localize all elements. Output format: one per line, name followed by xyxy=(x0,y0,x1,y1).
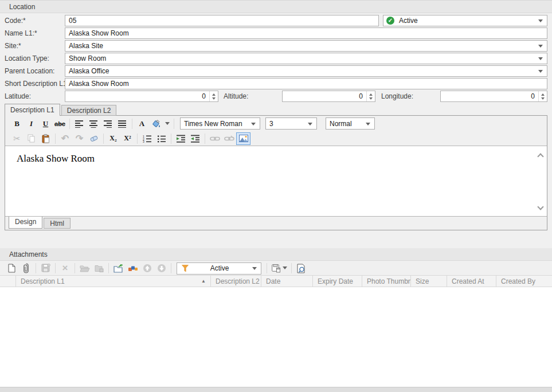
preview-button[interactable] xyxy=(294,262,308,275)
short-description-l1-input[interactable]: Alaska Show Room xyxy=(65,78,547,89)
column-header-created-by[interactable]: Created By xyxy=(496,276,552,287)
name-l1-value: Alaska Show Room xyxy=(69,29,129,37)
toolbar-separator xyxy=(55,134,56,144)
numbered-list-button[interactable]: 123 xyxy=(140,132,154,145)
fill-color-button[interactable] xyxy=(149,117,163,130)
spin-up-icon xyxy=(369,93,373,96)
toolbar-separator xyxy=(291,263,292,273)
location-type-dropdown[interactable]: Show Room xyxy=(65,53,547,64)
site-label: Site:* xyxy=(5,40,21,52)
move-up-button[interactable] xyxy=(140,262,154,275)
altitude-spinner[interactable] xyxy=(366,91,375,101)
short-description-l1-label: Short Description L1: xyxy=(5,78,69,89)
paste-button[interactable] xyxy=(38,132,53,145)
column-header-created-at[interactable]: Created At xyxy=(447,276,496,287)
longitude-input[interactable]: 0 xyxy=(440,91,547,102)
copy-attachment-button[interactable] xyxy=(92,262,106,275)
scroll-up-icon[interactable] xyxy=(537,153,543,159)
scroll-down-icon[interactable] xyxy=(537,203,543,210)
delete-x-glyph: × xyxy=(62,262,68,274)
bold-button[interactable]: B xyxy=(10,117,24,130)
copy-button[interactable] xyxy=(24,132,38,145)
cut-button[interactable]: ✂ xyxy=(10,132,24,145)
chevron-down-icon xyxy=(538,70,543,73)
status-dropdown[interactable]: ✓ Active xyxy=(383,15,547,26)
column-header-description-l1[interactable]: Description L1 ▲ xyxy=(16,276,211,287)
spin-down-icon xyxy=(541,97,545,100)
font-name-select[interactable]: Times New Roman xyxy=(180,117,260,130)
chevron-down-icon xyxy=(538,45,543,48)
latitude-input[interactable]: 0 xyxy=(65,91,218,102)
attach-file-button[interactable] xyxy=(19,262,33,275)
superscript-button[interactable]: X² xyxy=(120,132,135,145)
toolbar-separator xyxy=(171,134,171,144)
parent-location-dropdown[interactable]: Alaska Office xyxy=(65,65,547,77)
font-color-button[interactable]: A xyxy=(135,117,149,130)
tab-description-l1[interactable]: Description L1 xyxy=(5,104,60,116)
save-attachment-button[interactable] xyxy=(38,262,53,275)
open-folder-button[interactable] xyxy=(111,262,126,275)
code-input[interactable]: 05 xyxy=(65,15,379,26)
align-justify-button[interactable] xyxy=(115,117,130,130)
svg-text:3: 3 xyxy=(143,140,144,143)
insert-link-button[interactable] xyxy=(208,132,222,145)
font-size-select[interactable]: 3 xyxy=(265,117,317,130)
code-label: Code:* xyxy=(5,15,26,26)
column-header-description-l2[interactable]: Description L2 xyxy=(211,276,261,287)
toolbar-separator xyxy=(36,263,36,273)
delete-attachment-button[interactable]: × xyxy=(58,262,72,275)
spin-up-icon xyxy=(212,93,216,96)
subscript-button[interactable]: X₂ xyxy=(106,132,120,145)
italic-button[interactable]: I xyxy=(24,117,38,130)
longitude-spinner[interactable] xyxy=(538,91,547,101)
insert-image-button[interactable] xyxy=(236,132,250,145)
attachments-toolbar: × Active xyxy=(0,261,552,275)
paragraph-style-select[interactable]: Normal xyxy=(326,117,375,130)
remove-link-button[interactable] xyxy=(222,132,236,145)
align-left-button[interactable] xyxy=(72,117,87,130)
align-center-button[interactable] xyxy=(87,117,101,130)
rich-text-editor: B I U abc A Times xyxy=(5,115,547,230)
column-header-expiry-date[interactable]: Expiry Date xyxy=(313,276,362,287)
attachments-section-header: Attachments xyxy=(0,248,552,261)
save-layout-button[interactable] xyxy=(269,262,289,275)
tab-design[interactable]: Design xyxy=(9,216,42,229)
bullet-list-button[interactable] xyxy=(154,132,169,145)
editor-content-area[interactable]: Alaska Show Room xyxy=(5,146,547,217)
toolbar-separator xyxy=(108,263,109,273)
location-type-label: Location Type: xyxy=(5,53,49,64)
attachments-filter-dropdown[interactable]: Active xyxy=(177,262,261,275)
strikethrough-button[interactable]: abc xyxy=(53,117,67,130)
increase-indent-button[interactable] xyxy=(174,132,188,145)
new-attachment-button[interactable] xyxy=(5,262,19,275)
site-dropdown[interactable]: Alaska Site xyxy=(65,40,547,52)
toolbar-separator xyxy=(137,134,138,144)
tab-html[interactable]: Html xyxy=(44,218,71,229)
latitude-spinner[interactable] xyxy=(209,91,218,101)
color-dropdown-button[interactable] xyxy=(163,117,171,130)
open-attachment-button[interactable] xyxy=(77,262,92,275)
tab-description-l2[interactable]: Description L2 xyxy=(61,105,117,116)
editor-edit-toolbar: ✂ ↶ ↷ X₂ X² 123 xyxy=(5,131,547,146)
clear-formatting-button[interactable] xyxy=(87,132,101,145)
organize-view-button[interactable] xyxy=(126,262,140,275)
undo-button[interactable]: ↶ xyxy=(58,132,72,145)
align-right-button[interactable] xyxy=(101,117,115,130)
attachments-table-body[interactable] xyxy=(0,287,552,387)
column-header-date[interactable]: Date xyxy=(261,276,313,287)
move-down-button[interactable] xyxy=(154,262,169,275)
column-header-photo-thumbnail[interactable]: Photo Thumbnail xyxy=(362,276,411,287)
font-name-value: Times New Roman xyxy=(184,120,242,128)
status-value: Active xyxy=(399,17,418,25)
column-header-size[interactable]: Size xyxy=(411,276,447,287)
toolbar-separator xyxy=(69,119,70,129)
font-size-value: 3 xyxy=(269,120,273,128)
underline-button[interactable]: U xyxy=(38,117,53,130)
name-l1-label: Name L1:* xyxy=(5,28,37,39)
chevron-down-icon xyxy=(251,123,256,126)
altitude-input[interactable]: 0 xyxy=(282,91,375,102)
redo-button[interactable]: ↷ xyxy=(72,132,87,145)
latitude-value: 0 xyxy=(65,91,209,101)
name-l1-input[interactable]: Alaska Show Room xyxy=(65,28,547,39)
decrease-indent-button[interactable] xyxy=(188,132,202,145)
